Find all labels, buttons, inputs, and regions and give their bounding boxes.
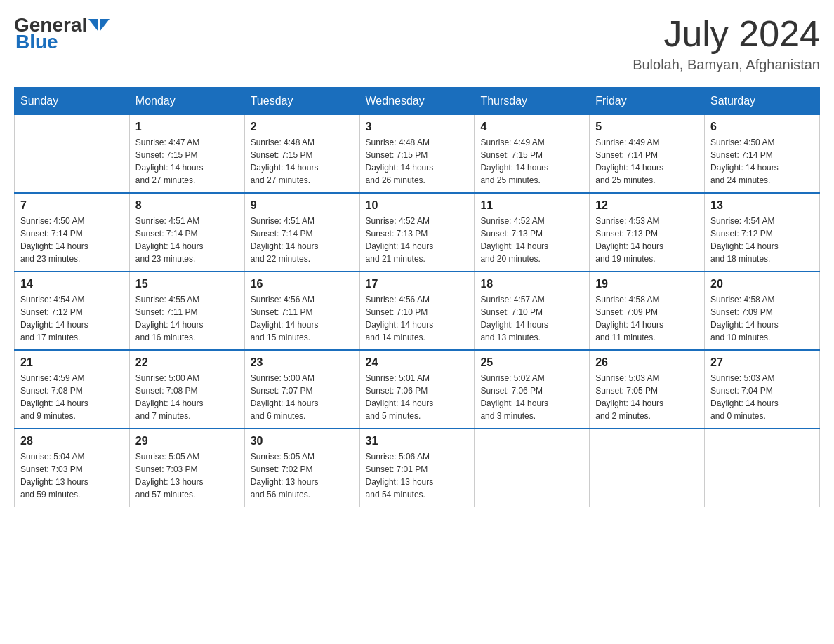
calendar-cell: 4Sunrise: 4:49 AM Sunset: 7:15 PM Daylig…	[475, 115, 590, 194]
calendar-week-row: 28Sunrise: 5:04 AM Sunset: 7:03 PM Dayli…	[15, 429, 820, 507]
day-number: 4	[480, 121, 583, 133]
day-info: Sunrise: 5:03 AM Sunset: 7:05 PM Dayligh…	[595, 372, 699, 422]
day-number: 28	[20, 435, 124, 448]
day-info: Sunrise: 4:52 AM Sunset: 7:13 PM Dayligh…	[480, 215, 583, 265]
day-number: 9	[251, 199, 354, 212]
logo-arrow-icon	[88, 19, 98, 32]
day-number: 18	[480, 278, 583, 290]
day-info: Sunrise: 5:01 AM Sunset: 7:06 PM Dayligh…	[366, 372, 469, 422]
calendar-cell: 23Sunrise: 5:00 AM Sunset: 7:07 PM Dayli…	[244, 350, 359, 429]
day-info: Sunrise: 5:00 AM Sunset: 7:08 PM Dayligh…	[135, 372, 239, 422]
calendar-cell: 19Sunrise: 4:58 AM Sunset: 7:09 PM Dayli…	[590, 271, 705, 350]
day-info: Sunrise: 4:52 AM Sunset: 7:13 PM Dayligh…	[366, 215, 469, 265]
day-info: Sunrise: 4:56 AM Sunset: 7:10 PM Dayligh…	[366, 293, 469, 344]
day-info: Sunrise: 4:48 AM Sunset: 7:15 PM Dayligh…	[366, 136, 469, 187]
weekday-header-row: SundayMondayTuesdayWednesdayThursdayFrid…	[15, 88, 820, 115]
calendar-cell: 29Sunrise: 5:05 AM Sunset: 7:03 PM Dayli…	[129, 429, 244, 507]
month-title: July 2024	[633, 14, 820, 54]
location-title: Bulolah, Bamyan, Afghanistan	[633, 57, 820, 73]
logo-blue-text: Blue	[15, 31, 58, 53]
day-number: 11	[480, 199, 583, 212]
calendar-cell: 10Sunrise: 4:52 AM Sunset: 7:13 PM Dayli…	[359, 193, 475, 271]
calendar-cell: 13Sunrise: 4:54 AM Sunset: 7:12 PM Dayli…	[705, 193, 820, 271]
day-number: 26	[595, 356, 699, 369]
calendar-table: SundayMondayTuesdayWednesdayThursdayFrid…	[14, 87, 820, 507]
day-info: Sunrise: 4:56 AM Sunset: 7:11 PM Dayligh…	[251, 293, 354, 344]
weekday-header-monday: Monday	[129, 88, 244, 115]
calendar-week-row: 14Sunrise: 4:54 AM Sunset: 7:12 PM Dayli…	[15, 271, 820, 350]
weekday-header-tuesday: Tuesday	[244, 88, 359, 115]
day-number: 1	[135, 121, 239, 133]
calendar-cell: 5Sunrise: 4:49 AM Sunset: 7:14 PM Daylig…	[590, 115, 705, 194]
day-number: 30	[251, 435, 354, 448]
calendar-cell: 21Sunrise: 4:59 AM Sunset: 7:08 PM Dayli…	[15, 350, 130, 429]
day-number: 19	[595, 278, 699, 290]
calendar-cell: 1Sunrise: 4:47 AM Sunset: 7:15 PM Daylig…	[129, 115, 244, 194]
day-info: Sunrise: 4:51 AM Sunset: 7:14 PM Dayligh…	[251, 215, 354, 265]
day-info: Sunrise: 5:00 AM Sunset: 7:07 PM Dayligh…	[251, 372, 354, 422]
day-number: 20	[710, 278, 814, 290]
day-info: Sunrise: 4:58 AM Sunset: 7:09 PM Dayligh…	[595, 293, 699, 344]
calendar-week-row: 7Sunrise: 4:50 AM Sunset: 7:14 PM Daylig…	[15, 193, 820, 271]
logo: General Blue	[14, 14, 112, 53]
day-number: 13	[710, 199, 814, 212]
day-number: 14	[20, 278, 124, 290]
day-info: Sunrise: 5:03 AM Sunset: 7:04 PM Dayligh…	[710, 372, 814, 422]
day-info: Sunrise: 4:54 AM Sunset: 7:12 PM Dayligh…	[710, 215, 814, 265]
day-number: 27	[710, 356, 814, 369]
day-number: 23	[251, 356, 354, 369]
calendar-cell: 7Sunrise: 4:50 AM Sunset: 7:14 PM Daylig…	[15, 193, 130, 271]
day-number: 5	[595, 121, 699, 133]
day-info: Sunrise: 4:49 AM Sunset: 7:14 PM Dayligh…	[595, 136, 699, 187]
calendar-cell: 27Sunrise: 5:03 AM Sunset: 7:04 PM Dayli…	[705, 350, 820, 429]
day-info: Sunrise: 5:04 AM Sunset: 7:03 PM Dayligh…	[20, 450, 124, 501]
day-number: 12	[595, 199, 699, 212]
day-number: 17	[366, 278, 469, 290]
day-number: 6	[710, 121, 814, 133]
calendar-cell: 30Sunrise: 5:05 AM Sunset: 7:02 PM Dayli…	[244, 429, 359, 507]
calendar-cell: 20Sunrise: 4:58 AM Sunset: 7:09 PM Dayli…	[705, 271, 820, 350]
weekday-header-wednesday: Wednesday	[359, 88, 475, 115]
day-info: Sunrise: 4:50 AM Sunset: 7:14 PM Dayligh…	[710, 136, 814, 187]
calendar-cell: 8Sunrise: 4:51 AM Sunset: 7:14 PM Daylig…	[129, 193, 244, 271]
day-info: Sunrise: 4:50 AM Sunset: 7:14 PM Dayligh…	[20, 215, 124, 265]
calendar-cell: 17Sunrise: 4:56 AM Sunset: 7:10 PM Dayli…	[359, 271, 475, 350]
weekday-header-saturday: Saturday	[705, 88, 820, 115]
calendar-cell: 2Sunrise: 4:48 AM Sunset: 7:15 PM Daylig…	[244, 115, 359, 194]
calendar-cell: 6Sunrise: 4:50 AM Sunset: 7:14 PM Daylig…	[705, 115, 820, 194]
day-info: Sunrise: 4:59 AM Sunset: 7:08 PM Dayligh…	[20, 372, 124, 422]
day-info: Sunrise: 4:48 AM Sunset: 7:15 PM Dayligh…	[251, 136, 354, 187]
day-info: Sunrise: 4:55 AM Sunset: 7:11 PM Dayligh…	[135, 293, 239, 344]
day-number: 15	[135, 278, 239, 290]
day-number: 22	[135, 356, 239, 369]
calendar-cell	[475, 429, 590, 507]
calendar-cell: 9Sunrise: 4:51 AM Sunset: 7:14 PM Daylig…	[244, 193, 359, 271]
day-number: 8	[135, 199, 239, 212]
title-section: July 2024 Bulolah, Bamyan, Afghanistan	[633, 14, 820, 73]
weekday-header-thursday: Thursday	[475, 88, 590, 115]
calendar-cell: 16Sunrise: 4:56 AM Sunset: 7:11 PM Dayli…	[244, 271, 359, 350]
calendar-cell: 3Sunrise: 4:48 AM Sunset: 7:15 PM Daylig…	[359, 115, 475, 194]
calendar-cell: 14Sunrise: 4:54 AM Sunset: 7:12 PM Dayli…	[15, 271, 130, 350]
calendar-week-row: 1Sunrise: 4:47 AM Sunset: 7:15 PM Daylig…	[15, 115, 820, 194]
calendar-cell: 24Sunrise: 5:01 AM Sunset: 7:06 PM Dayli…	[359, 350, 475, 429]
day-number: 24	[366, 356, 469, 369]
calendar-cell	[15, 115, 130, 194]
calendar-cell: 11Sunrise: 4:52 AM Sunset: 7:13 PM Dayli…	[475, 193, 590, 271]
day-number: 3	[366, 121, 469, 133]
calendar-cell	[590, 429, 705, 507]
calendar-cell: 18Sunrise: 4:57 AM Sunset: 7:10 PM Dayli…	[475, 271, 590, 350]
logo-arrow2-icon	[100, 19, 110, 32]
day-number: 21	[20, 356, 124, 369]
day-info: Sunrise: 4:58 AM Sunset: 7:09 PM Dayligh…	[710, 293, 814, 344]
calendar-cell: 25Sunrise: 5:02 AM Sunset: 7:06 PM Dayli…	[475, 350, 590, 429]
calendar-cell: 26Sunrise: 5:03 AM Sunset: 7:05 PM Dayli…	[590, 350, 705, 429]
day-info: Sunrise: 5:02 AM Sunset: 7:06 PM Dayligh…	[480, 372, 583, 422]
weekday-header-friday: Friday	[590, 88, 705, 115]
day-info: Sunrise: 4:47 AM Sunset: 7:15 PM Dayligh…	[135, 136, 239, 187]
weekday-header-sunday: Sunday	[15, 88, 130, 115]
day-number: 25	[480, 356, 583, 369]
day-info: Sunrise: 4:51 AM Sunset: 7:14 PM Dayligh…	[135, 215, 239, 265]
day-number: 10	[366, 199, 469, 212]
day-info: Sunrise: 5:05 AM Sunset: 7:02 PM Dayligh…	[251, 450, 354, 501]
